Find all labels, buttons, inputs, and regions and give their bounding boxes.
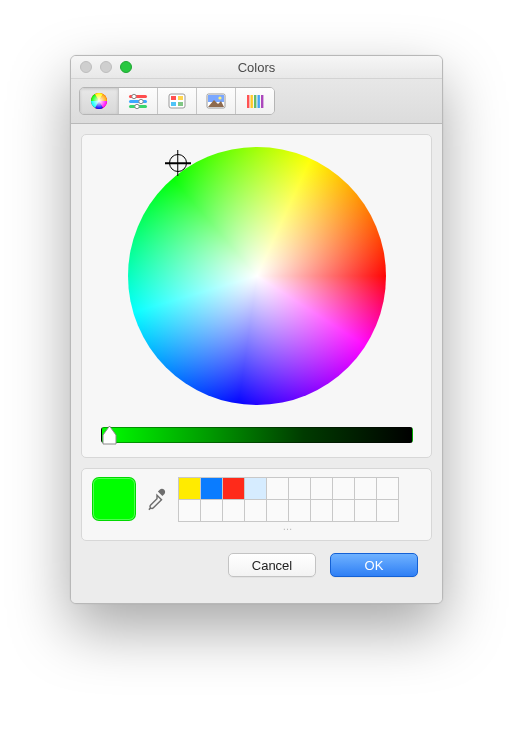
pencils-icon bbox=[244, 92, 266, 110]
svg-point-6 bbox=[139, 99, 143, 103]
swatch-area bbox=[178, 477, 399, 530]
mode-pencils[interactable] bbox=[236, 88, 274, 114]
color-wheel-cursor[interactable] bbox=[169, 154, 187, 172]
swatch-cell[interactable] bbox=[266, 499, 289, 522]
swatch-cell[interactable] bbox=[266, 477, 289, 500]
swatch-cell[interactable] bbox=[310, 477, 333, 500]
swatch-cell[interactable] bbox=[288, 477, 311, 500]
svg-point-16 bbox=[218, 96, 221, 99]
selected-color-swatch[interactable] bbox=[92, 477, 136, 521]
swatch-cell[interactable] bbox=[222, 477, 245, 500]
picker-body: Cancel OK bbox=[71, 124, 442, 603]
swatch-cell[interactable] bbox=[244, 477, 267, 500]
svg-point-5 bbox=[132, 94, 136, 98]
mode-color-wheel[interactable] bbox=[80, 88, 119, 114]
window-controls bbox=[71, 61, 132, 73]
svg-rect-10 bbox=[178, 96, 183, 100]
picker-mode-toolbar bbox=[71, 79, 442, 124]
swatch-panel bbox=[81, 468, 432, 541]
color-wheel-gradient bbox=[128, 147, 386, 405]
svg-rect-3 bbox=[129, 100, 147, 103]
swatch-cell[interactable] bbox=[354, 499, 377, 522]
swatch-cell[interactable] bbox=[288, 499, 311, 522]
sliders-icon bbox=[127, 92, 149, 110]
color-wheel-icon bbox=[88, 92, 110, 110]
picker-mode-segmented bbox=[79, 87, 275, 115]
zoom-window-button[interactable] bbox=[120, 61, 132, 73]
image-icon bbox=[205, 92, 227, 110]
svg-rect-11 bbox=[171, 102, 176, 106]
brightness-thumb[interactable] bbox=[102, 425, 117, 445]
svg-point-7 bbox=[135, 104, 139, 108]
swatch-cell[interactable] bbox=[376, 477, 399, 500]
svg-rect-20 bbox=[258, 95, 260, 108]
svg-rect-18 bbox=[251, 95, 253, 108]
swatch-cell[interactable] bbox=[310, 499, 333, 522]
swatch-cell[interactable] bbox=[332, 499, 355, 522]
mode-color-palettes[interactable] bbox=[158, 88, 197, 114]
swatch-cell[interactable] bbox=[200, 477, 223, 500]
swatch-cell[interactable] bbox=[178, 499, 201, 522]
swatch-grid[interactable] bbox=[178, 477, 399, 522]
colors-window: Colors bbox=[70, 55, 443, 604]
titlebar: Colors bbox=[71, 56, 442, 79]
close-window-button[interactable] bbox=[80, 61, 92, 73]
eyedropper-icon bbox=[148, 482, 166, 512]
swatch-cell[interactable] bbox=[332, 477, 355, 500]
eyedropper-button[interactable] bbox=[146, 477, 168, 517]
swatch-cell[interactable] bbox=[244, 499, 267, 522]
svg-rect-19 bbox=[254, 95, 256, 108]
swatch-resize-handle[interactable] bbox=[178, 524, 399, 530]
wheel-panel bbox=[81, 134, 432, 458]
svg-rect-12 bbox=[178, 102, 183, 106]
mode-color-sliders[interactable] bbox=[119, 88, 158, 114]
swatch-cell[interactable] bbox=[200, 499, 223, 522]
minimize-window-button[interactable] bbox=[100, 61, 112, 73]
swatch-cell[interactable] bbox=[178, 477, 201, 500]
swatch-cell[interactable] bbox=[222, 499, 245, 522]
svg-rect-21 bbox=[261, 95, 263, 108]
color-wheel[interactable] bbox=[128, 147, 386, 405]
svg-marker-22 bbox=[103, 426, 116, 444]
brightness-track bbox=[101, 427, 413, 443]
svg-rect-17 bbox=[247, 95, 249, 108]
swatch-cell[interactable] bbox=[376, 499, 399, 522]
svg-rect-9 bbox=[171, 96, 176, 100]
brightness-slider[interactable] bbox=[101, 427, 413, 443]
svg-rect-14 bbox=[208, 95, 224, 102]
palettes-icon bbox=[166, 92, 188, 110]
svg-point-1 bbox=[91, 93, 107, 109]
dialog-buttons: Cancel OK bbox=[81, 541, 432, 591]
mode-image-palettes[interactable] bbox=[197, 88, 236, 114]
swatch-cell[interactable] bbox=[354, 477, 377, 500]
ok-button[interactable]: OK bbox=[330, 553, 418, 577]
cancel-button[interactable]: Cancel bbox=[228, 553, 316, 577]
